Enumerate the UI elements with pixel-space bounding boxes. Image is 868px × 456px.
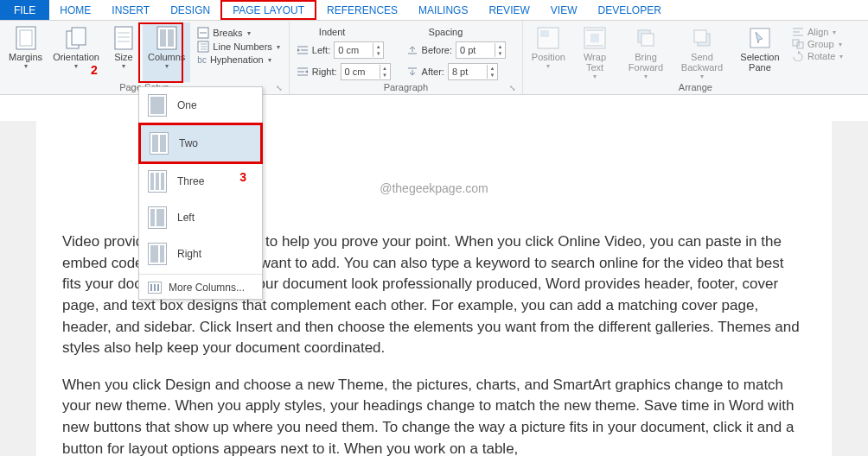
dialog-launcher-icon[interactable]: ⤡ bbox=[275, 84, 284, 92]
columns-option-three[interactable]: Three 3 bbox=[139, 163, 262, 200]
columns-more-icon bbox=[148, 282, 162, 294]
columns-button[interactable]: Columns ▾ bbox=[143, 22, 190, 82]
tab-page-layout-label: PAGE LAYOUT bbox=[233, 4, 304, 16]
chevron-down-icon: ▾ bbox=[593, 73, 597, 80]
tab-developer[interactable]: DEVELOPER bbox=[587, 0, 671, 20]
spinner-icon[interactable]: ▲▼ bbox=[495, 43, 505, 57]
tab-page-layout[interactable]: PAGE LAYOUT 1 bbox=[220, 0, 316, 20]
breaks-icon bbox=[197, 27, 209, 39]
group-arrange: Position ▾ Wrap Text ▾ Bring Forward ▾ bbox=[523, 21, 868, 94]
rotate-button[interactable]: Rotate ▾ bbox=[788, 50, 846, 62]
chevron-down-icon: ▾ bbox=[277, 43, 280, 51]
spacing-before-input[interactable]: 0 pt ▲▼ bbox=[456, 41, 506, 59]
tab-review[interactable]: REVIEW bbox=[478, 0, 539, 20]
chevron-down-icon: ▾ bbox=[644, 73, 648, 80]
group-objects-button[interactable]: Group ▾ bbox=[788, 38, 846, 50]
columns-icon bbox=[155, 26, 179, 50]
tab-mailings[interactable]: MAILINGS bbox=[408, 0, 478, 20]
columns-two-icon bbox=[150, 132, 169, 155]
columns-one-label: One bbox=[177, 99, 197, 111]
align-label: Align bbox=[807, 27, 828, 37]
rotate-label: Rotate bbox=[807, 51, 835, 61]
indent-left-input[interactable]: 0 cm ▲▼ bbox=[334, 41, 384, 59]
indent-right-icon bbox=[297, 66, 309, 77]
chevron-down-icon: ▾ bbox=[268, 56, 271, 64]
columns-three-label: Three bbox=[177, 175, 204, 187]
selection-pane-button[interactable]: Selection Pane bbox=[731, 22, 788, 82]
chevron-down-icon: ▾ bbox=[122, 62, 125, 70]
align-icon bbox=[792, 27, 804, 37]
columns-option-left[interactable]: Left bbox=[139, 200, 262, 236]
columns-option-one[interactable]: One bbox=[139, 87, 262, 124]
columns-option-right[interactable]: Right bbox=[139, 236, 262, 272]
position-icon bbox=[536, 26, 560, 50]
svg-rect-6 bbox=[160, 29, 166, 47]
columns-one-icon bbox=[148, 94, 167, 117]
columns-three-icon bbox=[148, 170, 167, 193]
tab-design[interactable]: DESIGN bbox=[160, 0, 220, 20]
spinner-icon[interactable]: ▲▼ bbox=[380, 65, 390, 79]
hyphenation-button[interactable]: bc Hyphenation ▾ bbox=[194, 54, 283, 66]
spinner-icon[interactable]: ▲▼ bbox=[487, 65, 497, 79]
chevron-down-icon: ▾ bbox=[833, 28, 836, 36]
send-backward-button[interactable]: Send Backward ▾ bbox=[673, 22, 731, 82]
margins-label: Margins bbox=[9, 52, 42, 62]
position-button[interactable]: Position ▾ bbox=[527, 22, 571, 82]
group-page-setup: Margins ▾ Orientation ▾ Size ▾ 2 bbox=[0, 21, 290, 94]
size-label: Size bbox=[114, 52, 132, 62]
bring-forward-button[interactable]: Bring Forward ▾ bbox=[619, 22, 673, 82]
bring-forward-icon bbox=[634, 26, 658, 50]
indent-left-label: Left: bbox=[312, 45, 330, 55]
columns-right-icon bbox=[148, 243, 167, 265]
bring-forward-label: Bring Forward bbox=[624, 52, 667, 73]
tab-insert[interactable]: INSERT bbox=[101, 0, 160, 20]
chevron-down-icon: ▾ bbox=[839, 53, 843, 60]
line-numbers-icon bbox=[197, 41, 209, 53]
hyphenation-label: Hyphenation bbox=[210, 54, 264, 65]
svg-rect-15 bbox=[641, 34, 654, 46]
send-backward-icon bbox=[690, 26, 714, 50]
columns-option-two[interactable]: Two bbox=[138, 123, 263, 164]
line-numbers-button[interactable]: Line Numbers ▾ bbox=[194, 40, 283, 54]
spacing-before-icon bbox=[406, 45, 418, 55]
position-label: Position bbox=[532, 52, 565, 62]
tab-home[interactable]: HOME bbox=[49, 0, 101, 20]
spacing-header: Spacing bbox=[403, 26, 509, 38]
spacing-after-input[interactable]: 8 pt ▲▼ bbox=[448, 63, 498, 80]
group-label-arrange: Arrange bbox=[527, 82, 865, 94]
size-button[interactable]: Size ▾ 2 bbox=[105, 22, 143, 82]
margins-button[interactable]: Margins ▾ bbox=[3, 22, 48, 82]
tab-view[interactable]: VIEW bbox=[540, 0, 588, 20]
svg-rect-13 bbox=[590, 34, 599, 42]
spacing-after-label: After: bbox=[422, 66, 444, 77]
orientation-icon bbox=[64, 26, 88, 50]
indent-right-label: Right: bbox=[312, 66, 337, 77]
wrap-text-button[interactable]: Wrap Text ▾ bbox=[571, 22, 619, 82]
align-button[interactable]: Align ▾ bbox=[788, 26, 846, 38]
columns-left-label: Left bbox=[177, 212, 195, 224]
group-paragraph: Indent Left: 0 cm ▲▼ Right: bbox=[290, 21, 523, 94]
ribbon: Margins ▾ Orientation ▾ Size ▾ 2 bbox=[0, 21, 868, 95]
columns-two-label: Two bbox=[179, 137, 198, 149]
group-objects-icon bbox=[792, 39, 804, 49]
svg-rect-4 bbox=[115, 27, 132, 49]
rotate-icon bbox=[792, 51, 804, 61]
breaks-button[interactable]: Breaks ▾ bbox=[194, 26, 283, 40]
group-label-paragraph: Paragraph ⤡ bbox=[293, 82, 519, 94]
svg-rect-3 bbox=[72, 28, 86, 45]
svg-rect-11 bbox=[540, 30, 549, 37]
selection-pane-label: Selection Pane bbox=[737, 52, 783, 73]
paragraph-2[interactable]: When you click Design and choose a new T… bbox=[62, 375, 806, 456]
columns-more[interactable]: More Columns... bbox=[139, 276, 262, 299]
tab-references[interactable]: REFERENCES bbox=[316, 0, 408, 20]
chevron-down-icon: ▾ bbox=[546, 62, 550, 70]
spacing-after-value: 8 pt bbox=[452, 66, 468, 77]
dialog-launcher-icon[interactable]: ⤡ bbox=[508, 84, 517, 92]
tab-file[interactable]: FILE bbox=[0, 0, 49, 20]
chevron-down-icon: ▾ bbox=[24, 62, 28, 70]
annotation-2: 2 bbox=[91, 63, 98, 77]
group-objects-label: Group bbox=[807, 39, 834, 49]
spinner-icon[interactable]: ▲▼ bbox=[373, 43, 383, 57]
spacing-before-label: Before: bbox=[422, 45, 452, 55]
indent-right-input[interactable]: 0 cm ▲▼ bbox=[341, 63, 391, 80]
